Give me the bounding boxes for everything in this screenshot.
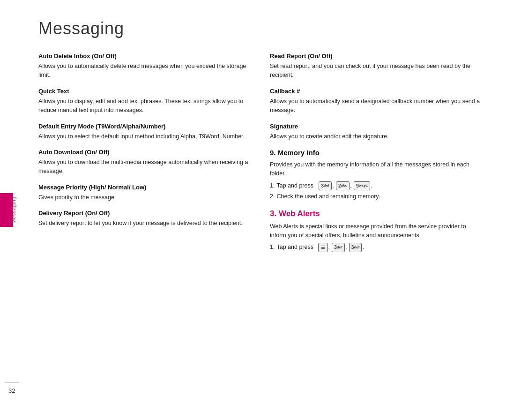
step1-num: 1. xyxy=(270,181,275,190)
read-report-body: Set read report, and you can check out i… xyxy=(270,62,483,80)
quick-text-title: Quick Text xyxy=(38,88,251,95)
web-alerts-body: Web Alerts is special links or message p… xyxy=(270,222,483,240)
section-default-entry-mode: Default Entry Mode (T9Word/Alpha/Number)… xyxy=(38,123,251,141)
signature-body: Allows you to create and/or edit the sig… xyxy=(270,132,483,141)
key-3def-3: 3def xyxy=(349,243,362,252)
section-memory-info: 9. Memory Info Provides you with the mem… xyxy=(270,149,483,202)
auto-delete-inbox-title: Auto Delete Inbox (On/ Off) xyxy=(38,52,251,60)
key-2abc: 2abc xyxy=(336,181,350,191)
web-alerts-title: 3. Web Alerts xyxy=(270,209,483,218)
sidebar: Messaging 32 xyxy=(0,0,24,420)
page-container: Messaging 32 Messaging Auto Delete Inbox… xyxy=(0,0,506,420)
memory-info-body: Provides you with the memory information… xyxy=(270,160,483,179)
key-9wxyz: 9wxyz xyxy=(354,181,370,191)
section-signature: Signature Allows you to create and/or ed… xyxy=(270,123,483,141)
menu-icon: ☰ xyxy=(318,243,328,252)
message-priority-body: Gives priority to the message. xyxy=(38,193,251,202)
callback-title: Callback # xyxy=(270,88,483,95)
web-step1-text: Tap and press ☰, 3def, 3def. xyxy=(276,243,364,252)
step1-text: Tap and press 3def, 2abc, 9wxyz. xyxy=(276,181,372,191)
message-priority-title: Message Priority (High/ Normal/ Low) xyxy=(38,184,251,191)
column-left: Auto Delete Inbox (On/ Off) Allows you t… xyxy=(38,52,251,401)
default-entry-mode-body: Allows you to select the default input m… xyxy=(38,132,251,141)
auto-download-body: Allows you to download the multi-media m… xyxy=(38,158,251,176)
page-number: 32 xyxy=(8,387,15,394)
two-column-layout: Auto Delete Inbox (On/ Off) Allows you t… xyxy=(38,52,483,401)
callback-body: Allows you to automatically send a desig… xyxy=(270,97,483,115)
key-3def-1: 3def xyxy=(319,181,332,191)
memory-info-title: 9. Memory Info xyxy=(270,149,483,157)
step2-text: Check the used and remaining memory. xyxy=(276,192,380,201)
read-report-title: Read Report (On/ Off) xyxy=(270,52,483,60)
default-entry-mode-title: Default Entry Mode (T9Word/Alpha/Number) xyxy=(38,123,251,130)
section-message-priority: Message Priority (High/ Normal/ Low) Giv… xyxy=(38,184,251,202)
section-auto-download: Auto Download (On/ Off) Allows you to do… xyxy=(38,149,251,176)
step2-num: 2. xyxy=(270,192,275,201)
memory-info-step2: 2. Check the used and remaining memory. xyxy=(270,192,483,201)
web-alerts-step1: 1. Tap and press ☰, 3def, 3def. xyxy=(270,243,483,252)
section-delivery-report: Delivery Report (On/ Off) Set delivery r… xyxy=(38,210,251,228)
sidebar-label: Messaging xyxy=(11,196,16,224)
page-title: Messaging xyxy=(38,19,483,38)
delivery-report-title: Delivery Report (On/ Off) xyxy=(38,210,251,217)
column-right: Read Report (On/ Off) Set read report, a… xyxy=(270,52,483,401)
auto-delete-inbox-body: Allows you to automatically delete read … xyxy=(38,62,251,80)
main-content: Messaging Auto Delete Inbox (On/ Off) Al… xyxy=(24,0,506,420)
key-3def-2: 3def xyxy=(332,243,345,252)
section-auto-delete-inbox: Auto Delete Inbox (On/ Off) Allows you t… xyxy=(38,52,251,80)
quick-text-body: Allows you to display, edit and add text… xyxy=(38,97,251,115)
auto-download-title: Auto Download (On/ Off) xyxy=(38,149,251,156)
web-step1-num: 1. xyxy=(270,243,275,252)
sidebar-line xyxy=(5,382,19,382)
section-web-alerts: 3. Web Alerts Web Alerts is special link… xyxy=(270,209,483,252)
section-callback: Callback # Allows you to automatically s… xyxy=(270,88,483,115)
section-read-report: Read Report (On/ Off) Set read report, a… xyxy=(270,52,483,80)
memory-info-step1: 1. Tap and press 3def, 2abc, 9wxyz. xyxy=(270,181,483,191)
section-quick-text: Quick Text Allows you to display, edit a… xyxy=(38,88,251,115)
signature-title: Signature xyxy=(270,123,483,130)
delivery-report-body: Set delivery report to let you know if y… xyxy=(38,219,251,228)
